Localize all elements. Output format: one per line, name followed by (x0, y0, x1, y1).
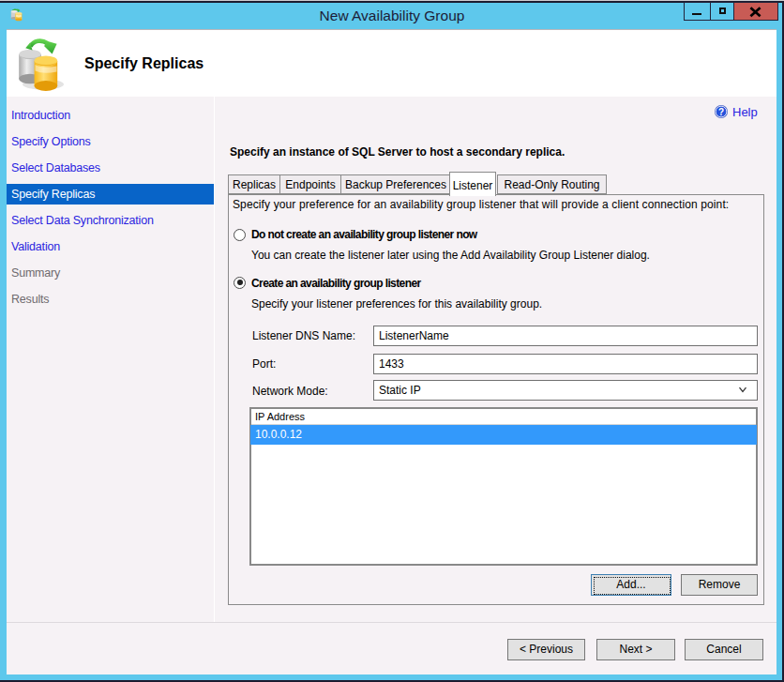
svg-text:?: ? (718, 107, 724, 117)
